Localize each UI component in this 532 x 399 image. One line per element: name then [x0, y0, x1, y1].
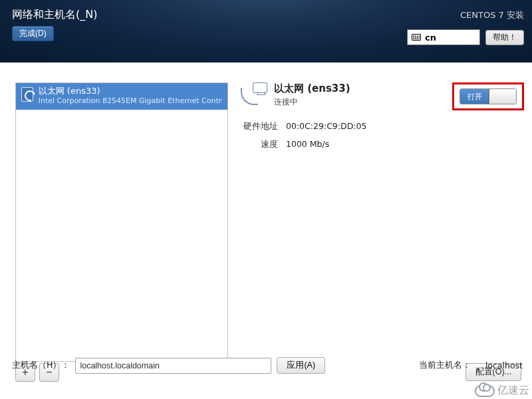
interface-name: 以太网 (ens33) [39, 86, 222, 96]
watermark-text: 亿速云 [497, 384, 529, 398]
connection-toggle[interactable]: 打开 [460, 88, 517, 104]
cloud-icon [475, 385, 495, 397]
current-hostname-label: 当前主机名： [419, 360, 471, 371]
watermark: 亿速云 [475, 384, 529, 398]
hw-addr-label: 硬件地址 [241, 121, 278, 132]
interface-texts: 以太网 (ens33) Intel Corporation 82545EM Gi… [39, 86, 222, 106]
interface-list-item[interactable]: 以太网 (ens33) Intel Corporation 82545EM Gi… [16, 83, 227, 110]
interface-list: 以太网 (ens33) Intel Corporation 82545EM Gi… [15, 82, 228, 362]
ethernet-plug-icon [241, 82, 267, 109]
current-hostname-value: localhost [485, 360, 523, 370]
interface-description: Intel Corporation 82545EM Gigabit Ethern… [39, 96, 222, 106]
interface-list-empty [16, 110, 227, 361]
speed-value: 1000 Mb/s [286, 139, 329, 150]
body-area: 以太网 (ens33) Intel Corporation 82545EM Gi… [0, 63, 532, 399]
header-bar: 网络和主机名(_N) 完成(D) CENTOS 7 安装 cn 帮助！ [0, 0, 532, 63]
hostname-row: 主机名（H）： 应用(A) 当前主机名： localhost [12, 357, 523, 374]
keyboard-icon [412, 34, 421, 41]
ethernet-icon [21, 87, 33, 102]
detail-status: 连接中 [274, 96, 350, 108]
installer-name: CENTOS 7 安装 [407, 9, 524, 21]
help-button[interactable]: 帮助！ [485, 30, 524, 45]
keyboard-layout-code: cn [425, 33, 436, 43]
done-button[interactable]: 完成(D) [12, 26, 54, 41]
toggle-knob [489, 89, 516, 104]
apply-button[interactable]: 应用(A) [277, 357, 325, 374]
detail-title: 以太网 (ens33) [274, 82, 350, 95]
speed-label: 速度 [241, 139, 278, 150]
toggle-on-label: 打开 [460, 89, 489, 104]
detail-fields: 硬件地址 00:0C:29:C9:DD:05 速度 1000 Mb/s [241, 121, 521, 150]
connection-toggle-highlight: 打开 [452, 82, 524, 110]
header-right: CENTOS 7 安装 cn 帮助！ [407, 9, 524, 45]
keyboard-layout-indicator[interactable]: cn [407, 29, 480, 45]
hostname-label: 主机名（H）： [12, 360, 70, 371]
hw-addr-value: 00:0C:29:C9:DD:05 [286, 121, 366, 132]
hostname-input[interactable] [75, 358, 271, 374]
